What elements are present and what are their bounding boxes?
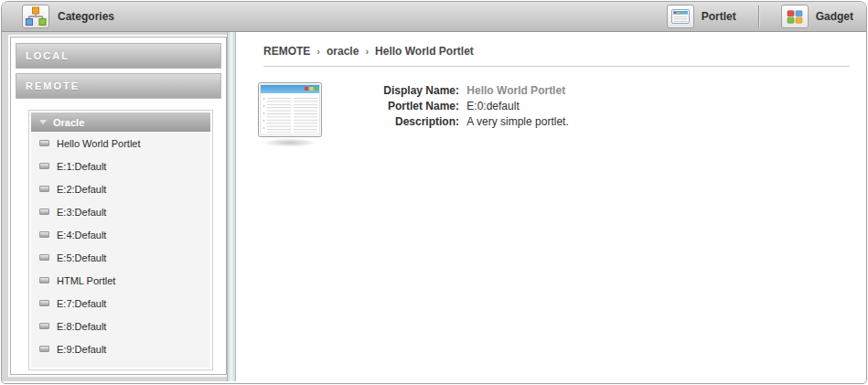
category-oracle[interactable]: Oracle — [31, 112, 210, 132]
content-area: LOCAL REMOTE Oracle Hello World Portlet — [2, 32, 866, 381]
portlet-name-label: Portlet Name: — [368, 99, 459, 114]
portlet-bullet-icon — [39, 231, 49, 238]
tree-item-html-portlet[interactable]: HTML Portlet — [31, 269, 210, 292]
detail-row-portlet-name: Portlet Name: E:0:default — [368, 99, 569, 114]
tree-item-hello-world-portlet[interactable]: Hello World Portlet — [31, 132, 210, 155]
detail-row-display-name: Display Name: Hello World Portlet — [368, 83, 569, 99]
tree-item-e3-default[interactable]: E:3:Default — [31, 200, 210, 223]
tree-item-label: E:2:Default — [57, 184, 106, 195]
tree-item-e7-default[interactable]: E:7:Default — [31, 292, 210, 315]
description-label: Description: — [368, 114, 459, 130]
tree-item-label: E:3:Default — [57, 207, 106, 218]
portlet-bullet-icon — [39, 140, 49, 146]
tree-item-e1-default[interactable]: E:1:Default — [31, 155, 210, 177]
header-bar: Categories — [2, 2, 866, 32]
gadget-icon — [781, 5, 809, 28]
portlet-details: Display Name: Hello World Portlet Portle… — [256, 82, 852, 152]
sidebar: LOCAL REMOTE Oracle Hello World Portlet — [2, 32, 227, 381]
header-separator — [758, 5, 759, 27]
portlet-button[interactable]: Portlet — [667, 5, 736, 28]
categories-window: Categories — [1, 1, 867, 384]
portlet-preview-icon — [256, 82, 326, 152]
tree-item-label: E:8:Default — [57, 321, 106, 332]
gadget-button-label: Gadget — [816, 10, 853, 23]
description-value: A very simple portlet. — [466, 115, 568, 128]
main-panel: REMOTE › oracle › Hello World Portlet — [236, 32, 866, 381]
portlet-bullet-icon — [39, 186, 49, 192]
portlet-button-label: Portlet — [702, 10, 736, 23]
tree-item-label: HTML Portlet — [57, 275, 115, 286]
category-tree-inner: Oracle Hello World Portlet E:1:Default — [31, 112, 210, 368]
page-title: Categories — [58, 10, 114, 23]
tree-item-label: E:7:Default — [57, 298, 106, 309]
category-label: Oracle — [53, 117, 84, 128]
breadcrumb-separator-icon: › — [365, 46, 369, 57]
portlet-bullet-icon — [39, 209, 49, 215]
portlet-bullet-icon — [39, 346, 49, 352]
portlet-bullet-icon — [39, 254, 49, 261]
breadcrumb-remote[interactable]: REMOTE — [263, 45, 310, 58]
collapse-arrow-icon — [39, 120, 47, 124]
sidebar-section-local[interactable]: LOCAL — [16, 43, 221, 69]
content-divider[interactable] — [227, 32, 236, 381]
breadcrumb-oracle[interactable]: oracle — [327, 45, 359, 58]
portlet-name-value: E:0:default — [466, 100, 519, 112]
tree-item-e4-default[interactable]: E:4:Default — [31, 223, 210, 246]
tree-item-label: E:9:Default — [57, 344, 106, 355]
portlet-icon — [667, 5, 694, 28]
tree-item-label: Hello World Portlet — [57, 138, 141, 149]
sidebar-section-remote[interactable]: REMOTE — [16, 73, 221, 99]
tree-item-e2-default[interactable]: E:2:Default — [31, 177, 210, 200]
tree-item-label: E:1:Default — [57, 161, 106, 172]
portlet-bullet-icon — [39, 323, 49, 329]
detail-rows: Display Name: Hello World Portlet Portle… — [368, 83, 569, 152]
breadcrumb-rule — [263, 66, 850, 67]
portlet-bullet-icon — [39, 163, 49, 169]
header-actions: Portlet Gadget — [667, 5, 853, 28]
tree-item-label: E:5:Default — [57, 252, 106, 263]
categories-icon — [22, 5, 49, 28]
sidebar-panel: LOCAL REMOTE Oracle Hello World Portlet — [10, 37, 227, 375]
tree-item-e8-default[interactable]: E:8:Default — [31, 315, 210, 337]
display-name-label: Display Name: — [368, 83, 459, 99]
tree-item-label: E:4:Default — [57, 230, 106, 241]
detail-row-description: Description: A very simple portlet. — [368, 114, 569, 130]
portlet-bullet-icon — [39, 277, 49, 283]
portlet-bullet-icon — [39, 300, 49, 306]
display-name-value: Hello World Portlet — [466, 84, 565, 97]
gadget-button[interactable]: Gadget — [781, 5, 853, 28]
tree-item-e9-default[interactable]: E:9:Default — [31, 337, 210, 360]
breadcrumb-separator-icon: › — [316, 46, 320, 57]
breadcrumb-current: Hello World Portlet — [375, 45, 474, 58]
breadcrumb: REMOTE › oracle › Hello World Portlet — [263, 43, 852, 58]
category-tree: Oracle Hello World Portlet E:1:Default — [28, 110, 213, 370]
tree-item-e5-default[interactable]: E:5:Default — [31, 246, 210, 269]
